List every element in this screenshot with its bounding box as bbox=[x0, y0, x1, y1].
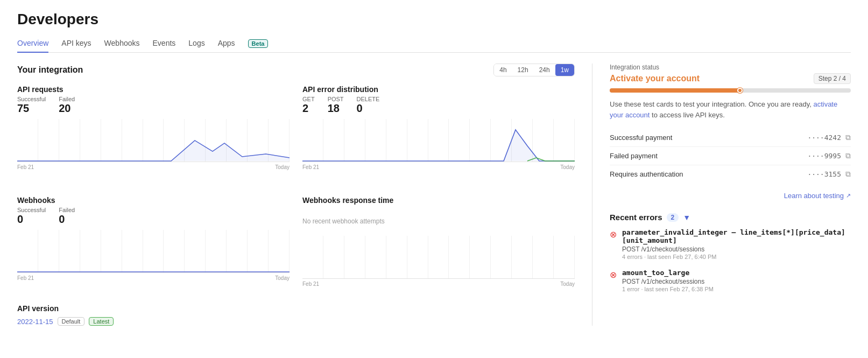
copy-icon-2[interactable]: ⧉ bbox=[845, 170, 851, 179]
webhooks-title: Webhooks bbox=[17, 196, 290, 205]
api-version-title: API version bbox=[17, 304, 575, 313]
error-count-badge: 2 bbox=[667, 213, 679, 222]
external-link-icon: ↗ bbox=[846, 192, 851, 199]
api-requests-date-start: Feb 21 bbox=[17, 164, 34, 170]
svg-marker-1 bbox=[302, 130, 575, 161]
step-badge: Step 2 / 4 bbox=[814, 73, 851, 84]
api-requests-title: API requests bbox=[17, 85, 290, 94]
webhooks-successful-label: Successful bbox=[17, 207, 46, 213]
successful-label: Successful bbox=[17, 96, 46, 102]
api-requests-chart: API requests Successful 75 Failed 20 bbox=[17, 85, 290, 170]
webhooks-date-end: Today bbox=[275, 275, 290, 281]
get-label: GET bbox=[302, 96, 315, 102]
version-link[interactable]: 2022-11-15 bbox=[17, 318, 53, 326]
error-item-0: ⊗ parameter_invalid_integer – line_items… bbox=[610, 228, 851, 260]
webhooks-failed-label: Failed bbox=[59, 207, 75, 213]
copy-icon-0[interactable]: ⧉ bbox=[845, 133, 851, 142]
test-card-failed: Failed payment ····9995 ⧉ bbox=[610, 147, 851, 165]
error-endpoint-0: POST /v1/checkout/sessions bbox=[622, 245, 851, 253]
time-4h[interactable]: 4h bbox=[494, 64, 512, 76]
webhooks-response-chart: Webhooks response time No recent webhook… bbox=[302, 196, 575, 287]
test-card-auth: Requires authentication ····3155 ⧉ bbox=[610, 165, 851, 183]
api-error-dist-chart: API error distribution GET 2 POST 18 DEL… bbox=[302, 85, 575, 170]
integration-status-label: Integration status bbox=[610, 64, 851, 71]
webhooks-area bbox=[17, 230, 290, 273]
tab-logs[interactable]: Logs bbox=[188, 34, 204, 53]
time-controls: 4h 12h 24h 1w bbox=[493, 64, 575, 76]
time-12h[interactable]: 12h bbox=[512, 64, 534, 76]
webhooks-date-start: Feb 21 bbox=[17, 275, 34, 281]
error-endpoint-1: POST /v1/checkout/sessions bbox=[622, 278, 714, 285]
webhooks-no-data: No recent webhook attempts bbox=[302, 207, 575, 236]
webhooks-successful-value: 0 bbox=[17, 213, 46, 226]
api-error-date-start: Feb 21 bbox=[302, 164, 319, 170]
post-value: 18 bbox=[328, 102, 344, 115]
failed-value: 20 bbox=[59, 102, 75, 115]
api-version-section: API version 2022-11-15 Default Latest bbox=[17, 304, 575, 326]
webhooks-response-title: Webhooks response time bbox=[302, 196, 575, 205]
progress-fill bbox=[610, 88, 742, 93]
progress-dot bbox=[737, 88, 743, 93]
api-error-date-end: Today bbox=[560, 164, 575, 170]
webhooks-response-date-start: Feb 21 bbox=[302, 281, 319, 287]
recent-errors-header: Recent errors 2 ▼ bbox=[610, 213, 851, 222]
error-item-1: ⊗ amount_too_large POST /v1/checkout/ses… bbox=[610, 269, 851, 292]
beta-badge: Beta bbox=[248, 39, 269, 48]
activate-title: Activate your account bbox=[610, 74, 700, 83]
api-requests-date-end: Today bbox=[275, 164, 290, 170]
copy-icon-1[interactable]: ⧉ bbox=[845, 151, 851, 160]
delete-label: DELETE bbox=[357, 96, 380, 102]
right-panel: Integration status Activate your account… bbox=[592, 64, 851, 326]
tab-webhooks[interactable]: Webhooks bbox=[104, 34, 140, 53]
failed-label: Failed bbox=[59, 96, 75, 102]
nav-tabs: Overview API keys Webhooks Events Logs A… bbox=[17, 34, 851, 53]
svg-marker-0 bbox=[17, 141, 290, 161]
integration-desc: Use these test cards to test your integr… bbox=[610, 99, 851, 120]
webhooks-response-area bbox=[302, 236, 575, 279]
webhooks-failed-value: 0 bbox=[59, 213, 75, 226]
api-requests-area bbox=[17, 119, 290, 162]
tab-apps[interactable]: Apps bbox=[218, 34, 235, 53]
error-meta-0: 4 errors · last seen Feb 27, 6:40 PM bbox=[622, 254, 851, 260]
error-code-0: parameter_invalid_integer – line_items[*… bbox=[622, 228, 851, 244]
learn-link[interactable]: Learn about testing ↗ bbox=[610, 192, 851, 200]
tab-overview[interactable]: Overview bbox=[17, 34, 48, 53]
progress-bar bbox=[610, 88, 851, 93]
delete-value: 0 bbox=[357, 102, 380, 115]
successful-value: 75 bbox=[17, 102, 46, 115]
test-card-successful: Successful payment ····4242 ⧉ bbox=[610, 129, 851, 147]
api-error-area bbox=[302, 119, 575, 162]
error-meta-1: 1 error · last seen Feb 27, 6:38 PM bbox=[622, 286, 714, 292]
error-code-1: amount_too_large bbox=[622, 269, 714, 277]
time-1w[interactable]: 1w bbox=[555, 64, 574, 76]
get-value: 2 bbox=[302, 102, 315, 115]
error-icon-0: ⊗ bbox=[610, 229, 617, 260]
page-title: Developers bbox=[17, 11, 851, 28]
default-badge: Default bbox=[58, 317, 85, 326]
webhooks-chart: Webhooks Successful 0 Failed 0 bbox=[17, 196, 290, 287]
post-label: POST bbox=[328, 96, 344, 102]
integration-section-title: Your integration bbox=[17, 65, 83, 75]
recent-errors-title: Recent errors bbox=[610, 213, 662, 222]
api-error-title: API error distribution bbox=[302, 85, 575, 94]
time-24h[interactable]: 24h bbox=[534, 64, 555, 76]
tab-events[interactable]: Events bbox=[153, 34, 176, 53]
webhooks-response-date-end: Today bbox=[560, 281, 575, 287]
filter-icon[interactable]: ▼ bbox=[683, 213, 690, 222]
latest-badge: Latest bbox=[89, 317, 114, 326]
test-cards: Successful payment ····4242 ⧉ Failed pay… bbox=[610, 129, 851, 183]
error-icon-1: ⊗ bbox=[610, 270, 617, 292]
tab-api-keys[interactable]: API keys bbox=[61, 34, 91, 53]
